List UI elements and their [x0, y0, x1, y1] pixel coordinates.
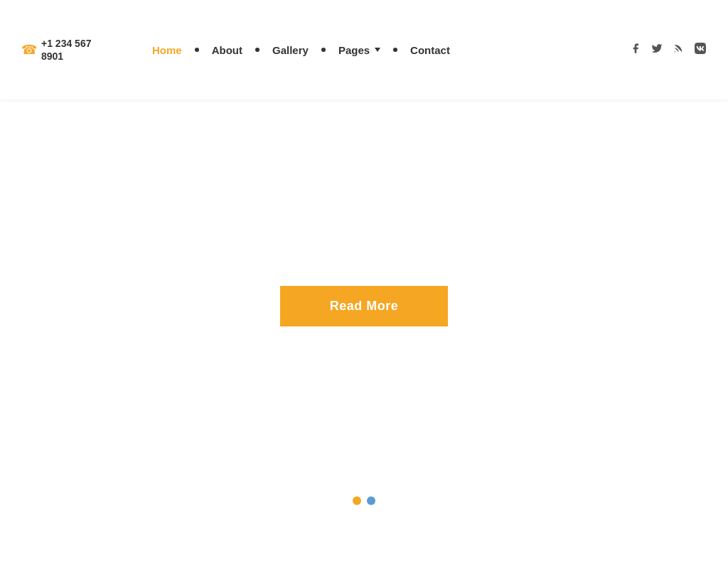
nav-separator-3: [321, 48, 326, 52]
nav-separator-4: [393, 48, 397, 52]
slideshow-dots: [353, 496, 375, 505]
facebook-icon[interactable]: [630, 43, 641, 57]
social-icons: [630, 43, 707, 57]
nav-contact[interactable]: Contact: [407, 44, 453, 56]
dot-1[interactable]: [353, 496, 361, 505]
nav-home[interactable]: Home: [149, 44, 185, 56]
nav-gallery[interactable]: Gallery: [269, 44, 311, 56]
main-content: Read More: [0, 100, 728, 569]
vk-icon[interactable]: [694, 43, 707, 57]
nav-about[interactable]: About: [209, 44, 245, 56]
nav-pages[interactable]: Pages: [336, 44, 383, 56]
main-nav: Home About Gallery Pages Contact: [149, 44, 630, 56]
twitter-icon[interactable]: [651, 43, 663, 57]
phone-area: ☎ +1 234 567 8901: [21, 37, 121, 63]
svg-point-0: [675, 51, 675, 52]
phone-icon: ☎: [21, 42, 37, 58]
pages-dropdown-icon: [375, 48, 380, 52]
phone-number: +1 234 567 8901: [41, 37, 91, 63]
nav-separator-2: [255, 48, 259, 52]
nav-separator-1: [195, 48, 199, 52]
rss-icon[interactable]: [673, 43, 684, 57]
site-header: ☎ +1 234 567 8901 Home About Gallery Pag…: [0, 0, 728, 100]
read-more-button[interactable]: Read More: [280, 286, 449, 326]
dot-2[interactable]: [367, 496, 375, 505]
